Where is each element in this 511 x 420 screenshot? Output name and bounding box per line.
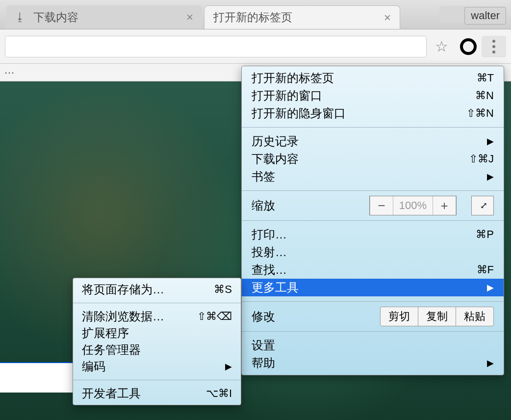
- tab-overflow[interactable]: [439, 6, 467, 23]
- menu-item-bookmarks[interactable]: 书签 ▶: [242, 168, 504, 185]
- tab-title: 下载内容: [33, 10, 78, 25]
- download-icon: ⭳: [15, 11, 26, 24]
- menu-item-settings[interactable]: 设置: [242, 337, 504, 354]
- chevron-right-icon: ▶: [487, 358, 494, 368]
- cut-button[interactable]: 剪切: [380, 307, 418, 326]
- menu-item-new-incognito[interactable]: 打开新的隐身窗口 ⇧⌘N: [242, 105, 504, 122]
- user-badge[interactable]: walter: [464, 7, 506, 25]
- bookmark-star-icon[interactable]: ☆: [432, 38, 451, 55]
- toolbar: ☆: [0, 29, 511, 64]
- main-menu-button[interactable]: [482, 36, 506, 57]
- more-tools-submenu: 将页面存储为… ⌘S 清除浏览数据… ⇧⌘⌫ 扩展程序 任务管理器 编码 ▶ 开…: [73, 278, 241, 405]
- close-icon[interactable]: ×: [384, 12, 391, 24]
- close-icon[interactable]: ×: [186, 11, 193, 23]
- menu-item-history[interactable]: 历史记录 ▶: [242, 132, 504, 150]
- chevron-right-icon: ▶: [487, 171, 494, 182]
- menu-item-new-tab[interactable]: 打开新的标签页 ⌘T: [242, 69, 504, 87]
- menu-item-cast[interactable]: 投射…: [242, 243, 504, 261]
- fullscreen-button[interactable]: ⤢: [471, 196, 494, 215]
- menu-item-new-window[interactable]: 打开新的窗口 ⌘N: [242, 87, 504, 105]
- shortcut: ⇧⌘⌫: [197, 310, 232, 323]
- extension-icon[interactable]: [460, 38, 477, 55]
- chevron-right-icon: ▶: [487, 282, 494, 293]
- tab-downloads[interactable]: ⭳ 下载内容 ×: [6, 5, 202, 29]
- submenu-item-devtools[interactable]: 开发者工具 ⌥⌘I: [73, 385, 241, 402]
- menu-item-downloads[interactable]: 下载内容 ⇧⌘J: [242, 150, 504, 168]
- submenu-item-clear-data[interactable]: 清除浏览数据… ⇧⌘⌫: [73, 308, 241, 325]
- menu-item-help[interactable]: 帮助 ▶: [242, 354, 504, 372]
- zoom-out-button[interactable]: −: [370, 196, 393, 215]
- menu-item-zoom: 缩放 − 100% + ⤢: [242, 193, 504, 218]
- chevron-right-icon: ▶: [225, 361, 232, 372]
- address-bar[interactable]: [5, 36, 427, 57]
- fullscreen-icon: ⤢: [480, 200, 485, 211]
- chevron-right-icon: ▶: [487, 136, 494, 147]
- copy-button[interactable]: 复制: [418, 307, 456, 326]
- menu-item-more-tools[interactable]: 更多工具 ▶: [242, 279, 504, 296]
- menu-item-find[interactable]: 查找… ⌘F: [242, 261, 504, 279]
- paste-button[interactable]: 粘贴: [456, 307, 494, 326]
- main-menu: 打开新的标签页 ⌘T 打开新的窗口 ⌘N 打开新的隐身窗口 ⇧⌘N 历史记录 ▶…: [241, 66, 504, 375]
- tab-title: 打开新的标签页: [213, 10, 292, 25]
- zoom-percent: 100%: [393, 199, 433, 212]
- submenu-item-task-manager[interactable]: 任务管理器: [73, 341, 241, 358]
- tab-newtab[interactable]: 打开新的标签页 ×: [204, 5, 400, 29]
- menu-item-edit: 修改 剪切 复制 粘贴: [242, 304, 504, 329]
- submenu-item-encoding[interactable]: 编码 ▶: [73, 358, 241, 375]
- zoom-controls: − 100% +: [369, 196, 457, 215]
- submenu-item-save-as[interactable]: 将页面存储为… ⌘S: [73, 281, 241, 298]
- submenu-item-extensions[interactable]: 扩展程序: [73, 325, 241, 341]
- menu-item-print[interactable]: 打印… ⌘P: [242, 226, 504, 243]
- tab-strip: ⭳ 下载内容 × 打开新的标签页 × walter: [0, 0, 511, 29]
- zoom-in-button[interactable]: +: [433, 196, 456, 215]
